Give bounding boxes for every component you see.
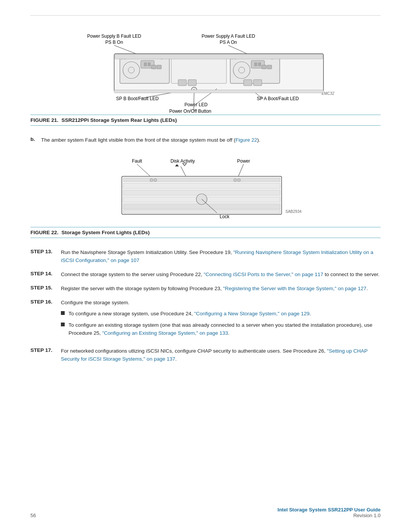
top-rule xyxy=(30,15,381,16)
footer: 56 Intel Storage System SSR212PP User Gu… xyxy=(30,507,381,518)
step14-item: STEP 14. Connect the storage system to t… xyxy=(30,271,381,279)
svg-rect-9 xyxy=(144,62,147,66)
footer-main-title: Intel Storage System SSR212PP User Guide xyxy=(277,507,381,513)
ps-b-on-label: PS B On xyxy=(105,40,123,45)
bullet1-link[interactable]: "Configuring a New Storage System," on p… xyxy=(194,311,309,316)
svg-rect-36 xyxy=(115,54,323,59)
figure21-caption-text: SSR212PPi Storage System Rear Lights (LE… xyxy=(62,117,177,123)
footer-title: Intel Storage System SSR212PP User Guide… xyxy=(277,507,381,518)
step15-content: Register the server with the storage sys… xyxy=(61,285,381,293)
step13-label: STEP 13. xyxy=(30,249,61,254)
bullet-text-2: To configure an existing storage system … xyxy=(68,321,381,337)
step17-content: For networked configurations utlizing iS… xyxy=(61,347,381,363)
lock-label: Lock xyxy=(220,214,229,219)
step16-label: STEP 16. xyxy=(30,299,61,305)
step15-label: STEP 15. xyxy=(30,285,61,291)
svg-rect-45 xyxy=(123,183,280,189)
bullet-icon-1 xyxy=(61,311,65,315)
figure22-caption-text: Storage System Front Lights (LEDs) xyxy=(62,230,150,235)
step14-label: STEP 14. xyxy=(30,271,61,276)
svg-rect-28 xyxy=(244,80,252,86)
bullet-list: To configure a new storage system, use P… xyxy=(61,310,381,338)
step14-content: Connect the storage system to the server… xyxy=(61,271,381,279)
svg-rect-22 xyxy=(262,65,266,69)
figure21-caption: FIGURE 21.SSR212PPi Storage System Rear … xyxy=(30,115,381,126)
page-number: 56 xyxy=(30,513,36,518)
svg-marker-39 xyxy=(175,164,179,166)
svg-rect-29 xyxy=(253,80,262,86)
svg-rect-25 xyxy=(171,57,226,83)
power-front-label: Power xyxy=(237,158,250,164)
svg-rect-12 xyxy=(157,65,161,69)
sp-a-label: SP A Boot/Fault LED xyxy=(257,96,299,101)
svg-line-34 xyxy=(194,93,194,110)
step15-item: STEP 15. Register the server with the st… xyxy=(30,285,381,293)
ps-a-fault-label: Power Supply A Fault LED xyxy=(202,34,255,39)
step17-label: STEP 17. xyxy=(30,347,61,353)
svg-rect-10 xyxy=(148,62,151,66)
page: Power Supply B Fault LED PS B On Power S… xyxy=(0,0,411,532)
bullet2-link[interactable]: "Configuring an Existing Storage System,… xyxy=(102,330,228,336)
figure21-label: FIGURE 21. xyxy=(30,117,59,123)
svg-rect-27 xyxy=(188,80,196,86)
step13-content: Run the Navisphere Storage System Initia… xyxy=(61,249,381,265)
figure22-label: FIGURE 22. xyxy=(30,230,59,235)
step16-content: Configure the storage system. To configu… xyxy=(61,299,381,342)
svg-point-52 xyxy=(234,179,237,182)
step16-item: STEP 16. Configure the storage system. T… xyxy=(30,299,381,342)
step15-link[interactable]: "Registering the Server with the Storage… xyxy=(223,286,366,291)
svg-rect-26 xyxy=(178,80,186,86)
step-b-label: b. xyxy=(30,136,41,144)
sp-b-label: SP B Boot/Fault LED xyxy=(116,96,159,101)
sab-ref: SAB2934 xyxy=(285,209,302,214)
svg-line-41 xyxy=(181,166,186,177)
svg-rect-11 xyxy=(151,65,156,69)
power-led-label: Power LED xyxy=(185,102,208,107)
svg-line-38 xyxy=(137,164,151,177)
disk-activity-label: Disk Activity xyxy=(170,158,195,164)
svg-rect-23 xyxy=(267,65,272,69)
bullet-icon-2 xyxy=(61,323,65,326)
figure21-svg: Power Supply B Fault LED PS B On Power S… xyxy=(76,31,335,115)
bullet-item-1: To configure a new storage system, use P… xyxy=(61,310,381,318)
svg-line-42 xyxy=(238,164,244,177)
step13-link[interactable]: "Running Navisphere Storage System Initi… xyxy=(61,249,373,263)
figure22-caption: FIGURE 22.Storage System Front Lights (L… xyxy=(30,227,381,238)
step-b-content: The amber system Fault light visible fro… xyxy=(41,136,260,144)
step17-link[interactable]: "Setting up CHAP Security for iSCSI Stor… xyxy=(61,348,368,362)
figure21-container: Power Supply B Fault LED PS B On Power S… xyxy=(30,27,381,133)
figure22-svg: Fault Disk Activity Power xyxy=(99,157,312,227)
step13-item: STEP 13. Run the Navisphere Storage Syst… xyxy=(30,249,381,265)
bullet-text-1: To configure a new storage system, use P… xyxy=(68,310,311,318)
svg-rect-20 xyxy=(254,62,257,66)
svg-point-50 xyxy=(150,179,153,182)
step14-link[interactable]: "Connecting iSCSI Ports to the Server," … xyxy=(204,272,323,277)
footer-subtitle: Revision 1.0 xyxy=(277,513,381,518)
figure21-diagram: Power Supply B Fault LED PS B On Power S… xyxy=(30,27,381,115)
figure22-link[interactable]: Figure 22 xyxy=(236,137,257,143)
power-on-off-label: Power On/Off Button xyxy=(169,109,212,114)
svg-point-53 xyxy=(237,179,241,182)
ps-b-fault-label: Power Supply B Fault LED xyxy=(87,34,141,39)
fault-label: Fault xyxy=(132,158,142,164)
svg-point-51 xyxy=(154,179,157,182)
svg-rect-44 xyxy=(123,178,280,182)
figure22-container: Fault Disk Activity Power xyxy=(30,153,381,245)
figure22-diagram: Fault Disk Activity Power xyxy=(30,153,381,227)
step17-item: STEP 17. For networked configurations ut… xyxy=(30,347,381,363)
step-b-item: b. The amber system Fault light visible … xyxy=(30,136,381,144)
svg-rect-21 xyxy=(258,62,261,66)
svg-rect-49 xyxy=(123,210,280,213)
svg-rect-37 xyxy=(114,90,323,93)
ps-a-on-label: PS A On xyxy=(220,40,237,45)
bullet-item-2: To configure an existing storage system … xyxy=(61,321,381,337)
